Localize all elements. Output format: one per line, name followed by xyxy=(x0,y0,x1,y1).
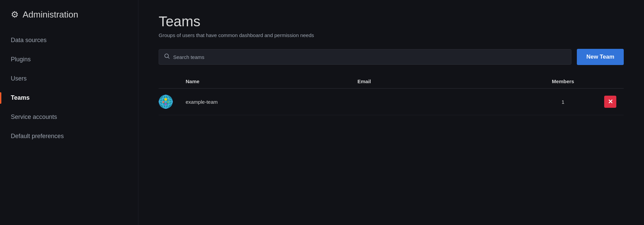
sidebar: ⚙ Administration Data sources Plugins Us… xyxy=(0,0,138,225)
sidebar-nav: Data sources Plugins Users Teams Service… xyxy=(0,31,138,146)
action-cell: ✕ xyxy=(597,96,624,108)
search-container xyxy=(159,49,571,65)
sidebar-item-users[interactable]: Users xyxy=(0,69,138,88)
page-subtitle: Groups of users that have common dashboa… xyxy=(159,32,624,38)
header-actions xyxy=(597,78,624,84)
sidebar-item-data-sources[interactable]: Data sources xyxy=(0,31,138,50)
header-name: Name xyxy=(186,78,357,84)
sidebar-header: ⚙ Administration xyxy=(0,0,138,31)
delete-team-button[interactable]: ✕ xyxy=(604,96,616,108)
sidebar-title: Administration xyxy=(23,9,78,20)
gear-icon: ⚙ xyxy=(11,9,19,20)
svg-point-10 xyxy=(167,101,169,103)
new-team-button[interactable]: New Team xyxy=(577,49,624,65)
header-avatar xyxy=(159,78,186,84)
team-name: example-team xyxy=(186,99,357,105)
main-content: Teams Groups of users that have common d… xyxy=(138,0,644,225)
sidebar-item-default-preferences[interactable]: Default preferences xyxy=(0,127,138,146)
svg-line-1 xyxy=(168,57,169,59)
sidebar-item-teams[interactable]: Teams xyxy=(0,88,138,107)
sidebar-item-plugins[interactable]: Plugins xyxy=(0,50,138,69)
teams-table: Name Email Members xyxy=(159,76,624,115)
search-input[interactable] xyxy=(173,54,566,60)
search-row: New Team xyxy=(159,49,624,65)
team-members: 1 xyxy=(529,99,597,105)
header-members: Members xyxy=(529,78,597,84)
table-header: Name Email Members xyxy=(159,76,624,89)
sidebar-item-service-accounts[interactable]: Service accounts xyxy=(0,107,138,127)
header-email: Email xyxy=(357,78,529,84)
table-row: example-team 1 ✕ xyxy=(159,89,624,115)
page-title: Teams xyxy=(159,13,624,30)
search-icon xyxy=(164,54,170,60)
team-avatar xyxy=(159,95,173,109)
svg-point-11 xyxy=(165,103,167,105)
svg-point-8 xyxy=(164,98,167,101)
svg-point-9 xyxy=(162,101,164,103)
